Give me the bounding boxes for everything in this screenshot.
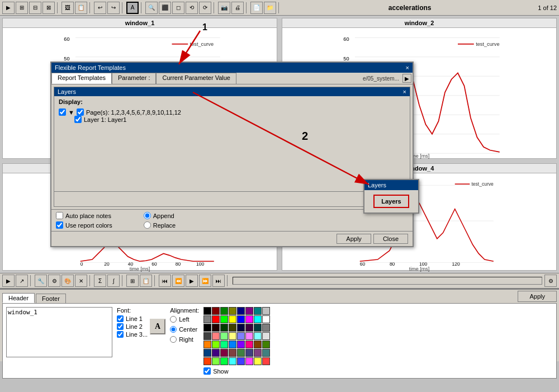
color-cell[interactable] [245, 315, 253, 323]
toolbar-btn-13[interactable]: ⟳ [199, 2, 211, 14]
color-cell[interactable] [254, 307, 262, 315]
color-cell[interactable] [203, 357, 211, 365]
bottom-tb-end[interactable]: ⏭ [212, 275, 225, 287]
panel-apply-button[interactable]: Apply [518, 291, 557, 302]
bottom-tb-10[interactable]: 📋 [140, 275, 152, 287]
header-text-area[interactable]: window_1 [6, 307, 112, 357]
layer-checkbox[interactable] [74, 116, 82, 123]
color-cell[interactable] [203, 349, 211, 357]
frt-tab-report[interactable]: Report Templates [51, 73, 112, 84]
color-cell[interactable] [212, 324, 220, 332]
color-cell[interactable] [229, 357, 236, 365]
toolbar-btn-8[interactable]: ↪ [107, 2, 120, 14]
bottom-tb-9[interactable]: ⊞ [126, 275, 139, 287]
color-cell[interactable] [229, 332, 236, 340]
color-cell[interactable] [203, 307, 211, 315]
color-cell[interactable] [254, 332, 262, 340]
layers-inner-close[interactable]: × [403, 88, 406, 95]
toolbar-btn-2[interactable]: ⊞ [16, 2, 28, 14]
color-cell[interactable] [237, 332, 245, 340]
toolbar-btn-9[interactable]: 🔍 [145, 2, 158, 14]
color-cell[interactable] [237, 324, 245, 332]
color-cell[interactable] [245, 341, 253, 348]
color-cell[interactable] [237, 349, 245, 357]
bottom-tb-2[interactable]: ↗ [16, 275, 28, 287]
bottom-tb-rew[interactable]: ⏪ [172, 275, 184, 287]
show-checkbox[interactable] [203, 367, 211, 375]
color-cell[interactable] [245, 349, 253, 357]
toolbar-btn-15[interactable]: 🖨 [231, 2, 244, 14]
toolbar-btn-16[interactable]: 📄 [250, 2, 263, 14]
toolbar-btn-4[interactable]: ⊠ [42, 2, 55, 14]
color-cell[interactable] [220, 332, 228, 340]
color-cell[interactable] [245, 324, 253, 332]
toolbar-btn-7[interactable]: ↩ [94, 2, 106, 14]
auto-place-checkbox[interactable] [56, 212, 63, 219]
color-cell[interactable] [262, 324, 270, 332]
color-cell[interactable] [203, 324, 211, 332]
toolbar-btn-1[interactable]: ▶ [2, 2, 15, 14]
bottom-tb-settings[interactable]: ⚙ [544, 275, 557, 287]
color-cell[interactable] [262, 315, 270, 323]
flex-scroll-btn[interactable]: ▶ [402, 74, 411, 83]
bottom-tb-6[interactable]: ✕ [75, 275, 87, 287]
color-cell[interactable] [262, 349, 270, 357]
replace-radio[interactable] [144, 221, 151, 229]
bottom-tb-7[interactable]: Σ [94, 275, 106, 287]
color-cell[interactable] [237, 307, 245, 315]
color-cell[interactable] [203, 332, 211, 340]
color-cell[interactable] [229, 307, 236, 315]
line2-checkbox[interactable] [117, 323, 124, 330]
toolbar-btn-6[interactable]: 📋 [75, 2, 87, 14]
pages-inner-checkbox[interactable] [77, 108, 84, 116]
frt-tab-parameter[interactable]: Parameter : [112, 73, 156, 84]
toolbar-btn-5[interactable]: 🖼 [61, 2, 74, 14]
toolbar-btn-3[interactable]: ⊟ [29, 2, 41, 14]
toolbar-btn-17[interactable]: 📁 [264, 2, 276, 14]
color-cell[interactable] [237, 357, 245, 365]
color-cell[interactable] [220, 357, 228, 365]
color-cell[interactable] [229, 341, 236, 348]
align-right-radio[interactable] [170, 336, 177, 343]
line3-checkbox[interactable] [117, 331, 124, 338]
color-cell[interactable] [245, 357, 253, 365]
line1-checkbox[interactable] [117, 315, 124, 322]
color-cell[interactable] [212, 341, 220, 348]
flex-report-close-x[interactable]: × [406, 64, 409, 71]
color-cell[interactable] [262, 357, 270, 365]
frt-tab-current[interactable]: Current Parameter Value [156, 73, 236, 84]
color-cell[interactable] [245, 307, 253, 315]
color-cell[interactable] [203, 315, 211, 323]
color-cell[interactable] [220, 324, 228, 332]
color-cell[interactable] [245, 332, 253, 340]
bottom-tb-play2[interactable]: ▶ [186, 275, 198, 287]
dialog-close-button[interactable]: Close [373, 234, 408, 244]
color-cell[interactable] [220, 349, 228, 357]
dialog-apply-button[interactable]: Apply [337, 234, 371, 244]
pages-checkbox[interactable] [59, 108, 66, 116]
color-cell[interactable] [254, 357, 262, 365]
color-cell[interactable] [203, 341, 211, 348]
layers-main-button[interactable]: Layers [373, 195, 409, 208]
toolbar-btn-14[interactable]: 📷 [218, 2, 230, 14]
bottom-tb-4[interactable]: ⚙ [48, 275, 60, 287]
color-cell[interactable] [254, 341, 262, 348]
color-cell[interactable] [229, 349, 236, 357]
bottom-tb-5[interactable]: 🎨 [61, 275, 74, 287]
color-cell[interactable] [220, 307, 228, 315]
color-cell[interactable] [229, 324, 236, 332]
append-radio[interactable] [144, 212, 151, 219]
tab-header[interactable]: Header [2, 293, 35, 303]
align-left-radio[interactable] [170, 316, 177, 323]
expand-icon[interactable]: ▼ [68, 109, 74, 116]
bottom-tb-3[interactable]: 🔧 [35, 275, 47, 287]
bottom-tb-8[interactable]: ∫ [107, 275, 120, 287]
color-cell[interactable] [254, 315, 262, 323]
tab-footer[interactable]: Footer [36, 294, 66, 303]
color-cell[interactable] [229, 315, 236, 323]
toolbar-btn-10[interactable]: ⬛ [159, 2, 171, 14]
toolbar-btn-12[interactable]: ⟲ [186, 2, 198, 14]
color-cell[interactable] [254, 324, 262, 332]
color-cell[interactable] [254, 349, 262, 357]
color-cell[interactable] [237, 315, 245, 323]
